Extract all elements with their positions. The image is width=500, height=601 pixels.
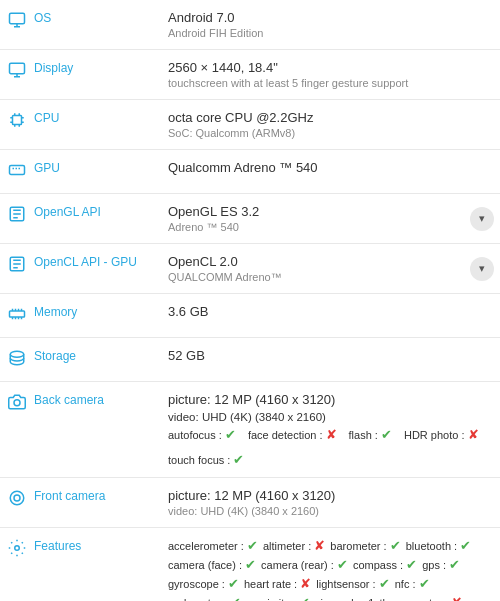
cpu-icon (8, 111, 26, 133)
feature-item: accelerometer : ✔ (168, 540, 261, 552)
feature-line-3: pedometer : ✔ proximity : ✔ simcards : 1… (168, 595, 492, 601)
cross-icon: ✘ (326, 427, 337, 442)
label-opengl: OpenGL API (0, 194, 160, 243)
backcamera-icon (8, 393, 26, 415)
check-icon: ✔ (381, 427, 392, 442)
gpu-label-text: GPU (34, 160, 60, 175)
opencl-label-text: OpenCL API - GPU (34, 254, 137, 269)
row-display: Display 2560 × 1440, 18.4" touchscreen w… (0, 50, 500, 100)
label-opencl: OpenCL API - GPU (0, 244, 160, 293)
value-display: 2560 × 1440, 18.4" touchscreen with at l… (160, 50, 500, 99)
check-icon: ✔ (379, 576, 390, 591)
svg-rect-3 (10, 166, 25, 175)
feature-item: thermometer : ✘ (379, 597, 462, 601)
storage-main: 52 GB (168, 348, 492, 363)
check-item: touch focus : ✔ (168, 452, 248, 467)
memory-label-text: Memory (34, 304, 77, 319)
opengl-icon (8, 205, 26, 227)
check-icon: ✔ (247, 538, 258, 553)
features-label-text: Features (34, 538, 81, 553)
frontcamera-sub: video: UHD (4K) (3840 x 2160) (168, 505, 492, 517)
opengl-expand-btn[interactable]: ▾ (470, 207, 494, 231)
frontcamera-icon (8, 489, 26, 511)
svg-rect-0 (10, 13, 25, 24)
check-icon: ✔ (225, 427, 236, 442)
check-icon: ✔ (299, 595, 310, 601)
value-gpu: Qualcomm Adreno ™ 540 (160, 150, 500, 193)
feature-item: camera (rear) : ✔ (261, 559, 351, 571)
cpu-label-text: CPU (34, 110, 59, 125)
frontcamera-label-text: Front camera (34, 488, 105, 503)
feature-item: bluetooth : ✔ (406, 540, 471, 552)
opencl-sub: QUALCOMM Adreno™ (168, 271, 492, 283)
feature-line-0: accelerometer : ✔ altimeter : ✘ baromete… (168, 538, 492, 553)
gpu-icon (8, 161, 26, 183)
cpu-sub: SoC: Qualcomm (ARMv8) (168, 127, 492, 139)
row-opencl: OpenCL API - GPU OpenCL 2.0 QUALCOMM Adr… (0, 244, 500, 294)
backcamera-main2: video: UHD (4K) (3840 x 2160) (168, 411, 492, 423)
opengl-label-text: OpenGL API (34, 204, 101, 219)
svg-point-10 (14, 495, 20, 501)
check-icon: ✔ (245, 557, 256, 572)
os-label-text: OS (34, 10, 51, 25)
row-cpu: CPU octa core CPU @2.2GHz SoC: Qualcomm … (0, 100, 500, 150)
value-opencl: OpenCL 2.0 QUALCOMM Adreno™ ▾ (160, 244, 500, 293)
feature-item: lightsensor : ✔ (316, 578, 392, 590)
memory-icon (8, 305, 26, 327)
os-icon (8, 11, 26, 33)
features-icon (8, 539, 26, 561)
check-icon: ✔ (233, 452, 244, 467)
row-backcamera: Back camera picture: 12 MP (4160 x 3120)… (0, 382, 500, 478)
row-storage: Storage 52 GB (0, 338, 500, 382)
feature-item: gps : ✔ (422, 559, 460, 571)
opengl-main: OpenGL ES 3.2 (168, 204, 492, 219)
backcamera-label-text: Back camera (34, 392, 104, 407)
svg-rect-6 (10, 311, 25, 317)
feature-item: nfc : ✔ (395, 578, 430, 590)
value-opengl: OpenGL ES 3.2 Adreno ™ 540 ▾ (160, 194, 500, 243)
check-icon: ✔ (390, 538, 401, 553)
cross-icon: ✘ (451, 595, 462, 601)
feature-line-2: gyroscope : ✔ heart rate : ✘ lightsensor… (168, 576, 492, 591)
storage-icon (8, 349, 26, 371)
cross-icon: ✘ (300, 576, 311, 591)
cross-icon: ✘ (468, 427, 479, 442)
value-cpu: octa core CPU @2.2GHz SoC: Qualcomm (ARM… (160, 100, 500, 149)
value-memory: 3.6 GB (160, 294, 500, 337)
check-item: flash : ✔ (349, 427, 396, 442)
svg-point-8 (14, 400, 20, 406)
label-display: Display (0, 50, 160, 99)
svg-point-7 (10, 351, 24, 357)
backcamera-checks2: touch focus : ✔ (168, 452, 492, 467)
label-backcamera: Back camera (0, 382, 160, 477)
check-icon: ✔ (337, 557, 348, 572)
value-os: Android 7.0 Android FIH Edition (160, 0, 500, 49)
value-backcamera: picture: 12 MP (4160 x 3120) video: UHD … (160, 382, 500, 477)
cpu-main: octa core CPU @2.2GHz (168, 110, 492, 125)
opencl-main: OpenCL 2.0 (168, 254, 492, 269)
check-item: autofocus : ✔ (168, 427, 240, 442)
feature-item: gyroscope : ✔ (168, 578, 242, 590)
feature-item: proximity : ✔ (246, 597, 313, 601)
feature-item: altimeter : ✘ (263, 540, 328, 552)
feature-item: camera (face) : ✔ (168, 559, 259, 571)
row-features: Features accelerometer : ✔ altimeter : ✘… (0, 528, 500, 601)
cross-icon: ✘ (314, 538, 325, 553)
row-memory: Memory 3.6 GB (0, 294, 500, 338)
label-gpu: GPU (0, 150, 160, 193)
svg-rect-1 (10, 63, 25, 74)
row-os: OS Android 7.0 Android FIH Edition (0, 0, 500, 50)
svg-point-11 (15, 546, 20, 551)
os-main: Android 7.0 (168, 10, 492, 25)
spec-table: OS Android 7.0 Android FIH Edition Displ… (0, 0, 500, 601)
check-icon: ✔ (419, 576, 430, 591)
label-cpu: CPU (0, 100, 160, 149)
opencl-expand-btn[interactable]: ▾ (470, 257, 494, 281)
svg-rect-2 (13, 116, 22, 125)
display-label-text: Display (34, 60, 73, 75)
opencl-icon (8, 255, 26, 277)
check-item: face detection : ✘ (248, 427, 341, 442)
check-icon: ✔ (460, 538, 471, 553)
backcamera-main: picture: 12 MP (4160 x 3120) (168, 392, 492, 407)
label-storage: Storage (0, 338, 160, 381)
